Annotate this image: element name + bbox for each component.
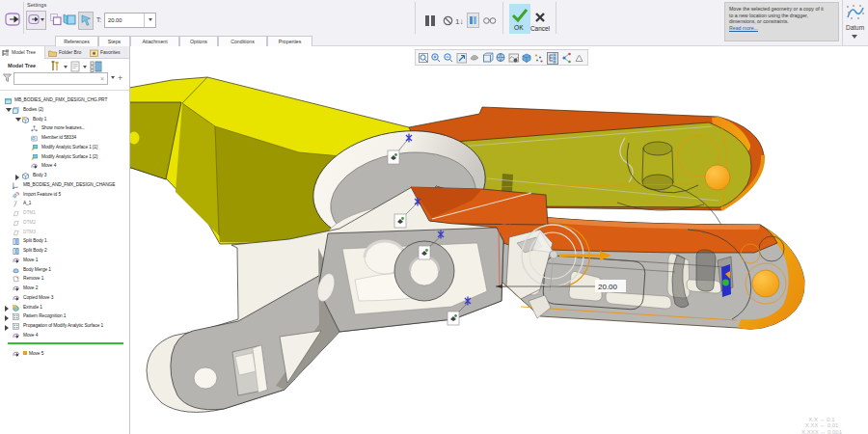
svg-text:1↓: 1↓ (455, 17, 463, 26)
svg-text:20.00: 20.00 (598, 283, 618, 291)
